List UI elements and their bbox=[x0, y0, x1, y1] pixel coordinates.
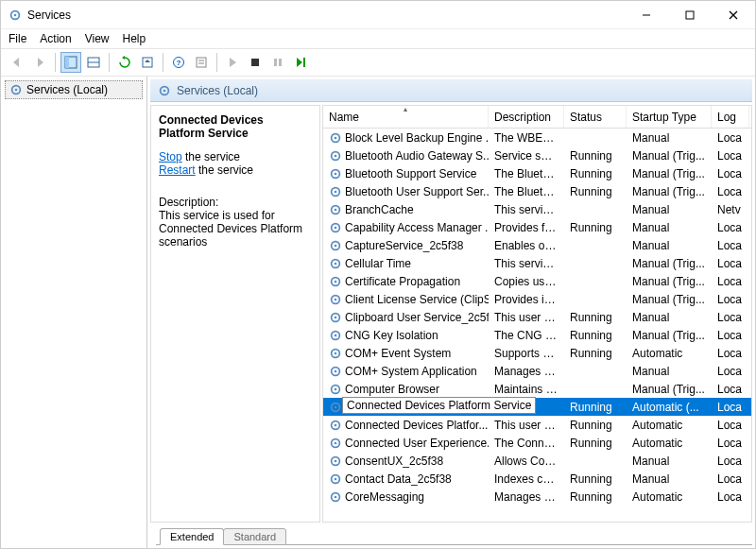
svg-point-41 bbox=[335, 226, 337, 229]
service-row[interactable]: BranchCacheThis service ...ManualNetv bbox=[323, 200, 751, 218]
pause-service-button[interactable] bbox=[267, 52, 288, 73]
cell-name: COM+ System Application bbox=[323, 365, 489, 378]
cell-description: Copies user ... bbox=[489, 275, 564, 288]
svg-rect-17 bbox=[197, 58, 206, 67]
column-startup-type[interactable]: Startup Type bbox=[627, 106, 712, 128]
svg-marker-12 bbox=[122, 56, 125, 60]
service-row[interactable]: CoreMessagingManages co...RunningAutomat… bbox=[323, 488, 751, 506]
gear-icon bbox=[329, 167, 342, 180]
window-title: Services bbox=[27, 9, 71, 22]
cell-logon: Loca bbox=[712, 437, 749, 450]
show-hide-tree-button[interactable] bbox=[60, 52, 81, 73]
service-row[interactable]: Contact Data_2c5f38Indexes con...Running… bbox=[323, 470, 751, 488]
svg-point-47 bbox=[335, 280, 337, 283]
restart-service-button[interactable] bbox=[290, 52, 311, 73]
cell-startup: Manual (Trig... bbox=[627, 257, 712, 270]
service-list: Name ▴ Description Status Startup Type L… bbox=[322, 105, 752, 523]
back-button[interactable] bbox=[7, 52, 27, 73]
list-header: Name ▴ Description Status Startup Type L… bbox=[323, 106, 751, 129]
service-row[interactable]: Bluetooth User Support Ser...The Blueto.… bbox=[323, 182, 751, 200]
svg-rect-21 bbox=[251, 59, 259, 66]
service-row[interactable]: CNG Key IsolationThe CNG ke...RunningMan… bbox=[323, 326, 751, 344]
help-button[interactable]: ? bbox=[168, 52, 189, 73]
cell-description: Service sup... bbox=[489, 149, 564, 163]
svg-rect-9 bbox=[65, 57, 69, 68]
cell-status: Running bbox=[564, 221, 627, 234]
cell-name: CaptureService_2c5f38 bbox=[323, 239, 489, 252]
cell-name: Client License Service (ClipS... bbox=[323, 293, 489, 306]
menu-help[interactable]: Help bbox=[123, 32, 146, 45]
service-row[interactable]: Computer BrowserMaintains a...Manual (Tr… bbox=[323, 380, 751, 398]
column-name[interactable]: Name ▴ bbox=[323, 106, 489, 128]
cell-logon: Loca bbox=[712, 472, 749, 486]
cell-name: Block Level Backup Engine ... bbox=[323, 131, 489, 145]
selected-row-tooltip: Connected Devices Platform Service bbox=[342, 397, 536, 414]
cell-startup: Manual bbox=[627, 365, 712, 378]
restart-service-link[interactable]: Restart bbox=[159, 163, 196, 177]
menu-view[interactable]: View bbox=[85, 32, 110, 45]
service-row[interactable]: Bluetooth Audio Gateway S...Service sup.… bbox=[323, 146, 751, 164]
cell-logon: Loca bbox=[712, 401, 749, 414]
column-description[interactable]: Description bbox=[489, 106, 564, 128]
svg-point-1 bbox=[14, 13, 17, 16]
tab-extended[interactable]: Extended bbox=[160, 528, 224, 545]
service-row[interactable]: ConsentUX_2c5f38Allows Con...ManualLoca bbox=[323, 452, 751, 470]
column-status[interactable]: Status bbox=[564, 106, 627, 128]
cell-logon: Loca bbox=[712, 455, 749, 468]
svg-marker-14 bbox=[145, 60, 150, 62]
svg-point-69 bbox=[335, 477, 337, 480]
cell-startup: Manual (Trig... bbox=[627, 185, 712, 198]
service-row[interactable]: Clipboard User Service_2c5f...This user … bbox=[323, 308, 751, 326]
tree-root-label: Services (Local) bbox=[26, 83, 108, 96]
cell-startup: Manual (Trig... bbox=[627, 329, 712, 342]
forward-button[interactable] bbox=[29, 52, 50, 73]
service-row[interactable]: CaptureService_2c5f38Enables opti...Manu… bbox=[323, 236, 751, 254]
gear-icon bbox=[329, 347, 342, 360]
service-row[interactable]: Client License Service (ClipS...Provides… bbox=[323, 290, 751, 308]
service-row[interactable]: Cellular TimeThis service ...Manual (Tri… bbox=[323, 254, 751, 272]
list-body[interactable]: Block Level Backup Engine ...The WBENG..… bbox=[323, 129, 751, 522]
service-row[interactable]: Block Level Backup Engine ...The WBENG..… bbox=[323, 129, 751, 146]
cell-logon: Loca bbox=[712, 239, 749, 252]
service-row[interactable]: Certificate PropagationCopies user ...Ma… bbox=[323, 272, 751, 290]
properties-button[interactable] bbox=[191, 52, 212, 73]
minimize-button[interactable] bbox=[625, 1, 668, 29]
tree-root-services-local[interactable]: Services (Local) bbox=[5, 80, 143, 99]
service-row[interactable]: Connected Devices Platfor...This user se… bbox=[323, 416, 751, 434]
cell-name: Bluetooth Support Service bbox=[323, 167, 489, 180]
svg-text:?: ? bbox=[177, 59, 181, 67]
gear-icon bbox=[329, 437, 342, 450]
stop-service-button[interactable] bbox=[245, 52, 266, 73]
column-logon[interactable]: Log bbox=[712, 106, 749, 128]
service-row[interactable]: COM+ System ApplicationManages th...Manu… bbox=[323, 362, 751, 380]
stop-service-link-line: Stop the service bbox=[159, 150, 312, 163]
maximize-button[interactable] bbox=[668, 1, 712, 29]
cell-name: Cellular Time bbox=[323, 257, 489, 270]
svg-point-51 bbox=[335, 316, 337, 318]
gear-icon bbox=[329, 131, 342, 145]
start-service-button[interactable] bbox=[222, 52, 243, 73]
cell-logon: Loca bbox=[712, 419, 749, 432]
cell-name: Computer Browser bbox=[323, 383, 489, 396]
cell-logon: Netv bbox=[712, 203, 749, 216]
show-hide-console-button[interactable] bbox=[83, 52, 104, 73]
cell-description: This user ser... bbox=[489, 311, 564, 324]
service-row[interactable]: Connected User Experience...The Connec..… bbox=[323, 434, 751, 452]
menu-action[interactable]: Action bbox=[40, 32, 71, 45]
service-row[interactable]: COM+ Event SystemSupports Sy...RunningAu… bbox=[323, 344, 751, 362]
cell-startup: Manual bbox=[627, 239, 712, 252]
cell-startup: Automatic bbox=[627, 490, 712, 504]
svg-point-45 bbox=[335, 262, 337, 265]
gear-icon bbox=[329, 221, 342, 234]
tree-pane: Services (Local) bbox=[1, 77, 147, 548]
cell-status: Running bbox=[564, 347, 627, 360]
tab-standard[interactable]: Standard bbox=[223, 528, 286, 545]
service-row[interactable]: Bluetooth Support ServiceThe Blueto...Ru… bbox=[323, 164, 751, 182]
close-button[interactable] bbox=[712, 1, 755, 29]
svg-marker-7 bbox=[38, 58, 43, 67]
stop-service-link[interactable]: Stop bbox=[159, 150, 182, 163]
export-list-button[interactable] bbox=[137, 52, 158, 73]
refresh-button[interactable] bbox=[114, 52, 135, 73]
service-row[interactable]: Capability Access Manager ...Provides fa… bbox=[323, 218, 751, 236]
menu-file[interactable]: File bbox=[9, 32, 26, 45]
